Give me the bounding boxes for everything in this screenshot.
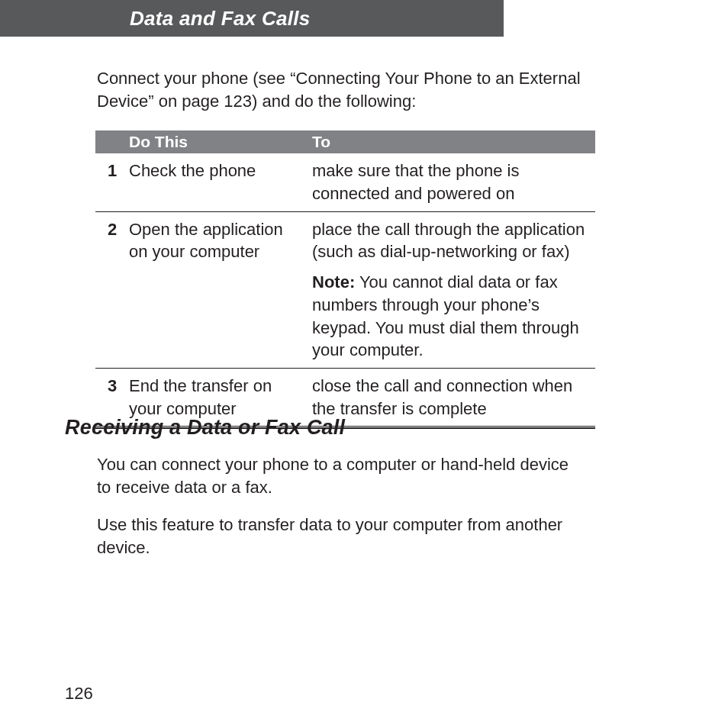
chapter-title: Data and Fax Calls	[130, 7, 311, 31]
step-to-text: place the call through the application (…	[312, 220, 585, 262]
table-row: 2 Open the application on your computer …	[95, 211, 595, 368]
section-paragraph: Use this feature to transfer data to you…	[97, 514, 578, 559]
section-heading: Receiving a Data or Fax Call	[65, 416, 599, 440]
step-number: 1	[95, 153, 129, 211]
body-content: Connect your phone (see “Connecting Your…	[97, 67, 581, 429]
step-do: Open the application on your computer	[129, 211, 312, 368]
note-label: Note:	[312, 272, 355, 292]
chapter-header-bar: Data and Fax Calls	[0, 0, 504, 37]
page: Data and Fax Calls Connect your phone (s…	[0, 0, 728, 728]
intro-paragraph: Connect your phone (see “Connecting Your…	[97, 67, 581, 112]
col-header-do-this: Do This	[129, 130, 312, 153]
step-do: Check the phone	[129, 153, 312, 211]
section-receiving: Receiving a Data or Fax Call You can con…	[65, 416, 599, 575]
step-number: 2	[95, 211, 129, 368]
table-header-row: Do This To	[95, 130, 595, 153]
step-to: place the call through the application (…	[312, 211, 595, 368]
steps-table: Do This To 1 Check the phone make sure t…	[95, 130, 595, 426]
step-note: Note: You cannot dial data or fax number…	[312, 271, 589, 362]
table-row: 1 Check the phone make sure that the pho…	[95, 153, 595, 211]
step-to: make sure that the phone is connected an…	[312, 153, 595, 211]
section-paragraph: You can connect your phone to a computer…	[97, 453, 578, 498]
col-header-do-this-label: Do This	[129, 133, 188, 150]
col-header-blank	[95, 130, 129, 153]
col-header-to: To	[312, 130, 595, 153]
page-number: 126	[65, 684, 93, 704]
